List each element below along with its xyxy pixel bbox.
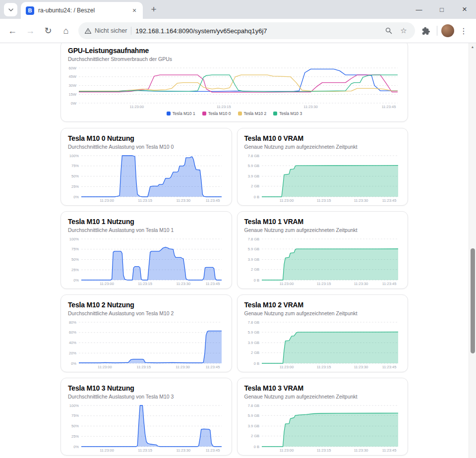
card-subtitle: Durchschnittlicher Stromverbrauch der GP… (68, 56, 401, 62)
svg-text:50%: 50% (71, 257, 79, 262)
minimize-button[interactable]: — (408, 0, 430, 19)
omnibox-divider (131, 27, 131, 35)
card-subtitle: Durchschnittliche Auslastung von Tesla M… (68, 227, 225, 233)
svg-text:2 GB: 2 GB (250, 434, 259, 438)
svg-text:5.9 GB: 5.9 GB (247, 413, 259, 418)
gpu1-vram-chart[interactable]: 0 B2 GB3.9 GB5.9 GB7.8 GB11:23:0011:23:1… (244, 237, 401, 286)
new-tab-button[interactable]: + (147, 2, 161, 16)
svg-text:11:23:00: 11:23:00 (279, 448, 294, 453)
legend-swatch-icon (202, 112, 206, 115)
gpu3-util-card: Tesla M10 3 Nutzung Durchschnittliche Au… (60, 378, 232, 456)
svg-text:7.8 GB: 7.8 GB (247, 237, 259, 241)
gpu1-util-card: Tesla M10 1 Nutzung Durchschnittliche Au… (60, 211, 232, 289)
gpu2-vram-card: Tesla M10 2 VRAM Genaue Nutzung zum aufg… (237, 294, 409, 372)
chart-svg: 0%25%50%75%100%11:23:0011:23:1511:23:301… (68, 237, 225, 286)
svg-text:50%: 50% (71, 174, 79, 178)
gpu-cards-grid: Tesla M10 0 Nutzung Durchschnittliche Au… (60, 128, 408, 456)
puzzle-icon (421, 26, 430, 35)
legend-swatch-icon (167, 112, 171, 115)
svg-text:11:23:45: 11:23:45 (206, 448, 220, 453)
browser-toolbar: ← → ↻ ⌂ Nicht sicher 192.168.1.164:8090/… (0, 19, 476, 43)
card-title: Tesla M10 1 VRAM (244, 218, 401, 226)
legend-swatch-icon (238, 112, 242, 115)
legend-item: Tesla M10 0 (202, 111, 231, 116)
magnifier-icon (385, 27, 393, 35)
gpu1-util-chart[interactable]: 0%25%50%75%100%11:23:0011:23:1511:23:301… (68, 237, 225, 286)
svg-text:11:23:30: 11:23:30 (176, 198, 190, 203)
svg-text:2 GB: 2 GB (250, 350, 259, 355)
window-close-button[interactable]: × (453, 0, 476, 19)
svg-text:25%: 25% (71, 184, 79, 189)
chart-legend: Tesla M10 1Tesla M10 0Tesla M10 2Tesla M… (68, 111, 401, 116)
chart-svg: 0%25%50%75%100%11:23:0011:23:1511:23:301… (68, 154, 225, 203)
beszel-favicon-icon: B (26, 6, 34, 15)
reload-button[interactable]: ↻ (40, 22, 57, 39)
svg-text:11:23:15: 11:23:15 (138, 282, 152, 286)
svg-text:0%: 0% (71, 361, 76, 366)
security-chip[interactable]: Nicht sicher (84, 27, 127, 35)
gpu2-util-card: Tesla M10 2 Nutzung Durchschnittliche Au… (60, 294, 232, 372)
svg-text:60W: 60W (69, 66, 77, 70)
extensions-button[interactable] (419, 24, 433, 38)
forward-button[interactable]: → (22, 22, 39, 39)
svg-text:3.9 GB: 3.9 GB (247, 341, 259, 345)
gpu0-vram-card: Tesla M10 0 VRAM Genaue Nutzung zum aufg… (237, 128, 409, 206)
gpu1-vram-card: Tesla M10 1 VRAM Genaue Nutzung zum aufg… (237, 211, 409, 289)
svg-text:11:23:45: 11:23:45 (382, 198, 396, 203)
warning-triangle-icon (84, 27, 92, 35)
bookmark-star-button[interactable]: ☆ (398, 25, 409, 36)
svg-text:40%: 40% (69, 341, 76, 345)
gpu2-util-chart[interactable]: 0%20%40%60%80%11:23:0011:23:1511:23:3011… (68, 320, 225, 370)
gpu2-vram-chart[interactable]: 0 B2 GB3.9 GB5.9 GB7.8 GB11:23:0011:23:1… (244, 320, 401, 370)
svg-text:100%: 100% (69, 237, 79, 241)
gpu3-util-chart[interactable]: 0%25%50%75%100%11:23:0011:23:1511:23:301… (68, 403, 225, 453)
svg-text:11:23:15: 11:23:15 (137, 365, 151, 369)
scroll-up-icon[interactable]: ▲ (469, 43, 476, 51)
svg-text:7.8 GB: 7.8 GB (247, 154, 259, 158)
card-subtitle: Genaue Nutzung zum aufgezeichneten Zeitp… (244, 227, 401, 233)
profile-avatar[interactable] (441, 24, 454, 37)
card-subtitle: Genaue Nutzung zum aufgezeichneten Zeitp… (244, 394, 401, 400)
svg-text:20%: 20% (69, 351, 76, 355)
gpu0-vram-chart[interactable]: 0 B2 GB3.9 GB5.9 GB7.8 GB11:23:0011:23:1… (244, 154, 401, 203)
gpu3-vram-chart[interactable]: 0 B2 GB3.9 GB5.9 GB7.8 GB11:23:0011:23:1… (244, 403, 401, 453)
gpu0-util-chart[interactable]: 0%25%50%75%100%11:23:0011:23:1511:23:301… (68, 154, 225, 203)
address-bar[interactable]: Nicht sicher 192.168.1.164:8090/system/y… (78, 22, 415, 39)
svg-text:11:23:30: 11:23:30 (176, 282, 190, 286)
window-controls: — □ × (408, 0, 476, 19)
svg-text:11:23:15: 11:23:15 (217, 105, 231, 109)
maximize-button[interactable]: □ (430, 0, 453, 19)
svg-text:11:23:45: 11:23:45 (382, 448, 396, 453)
svg-text:50%: 50% (71, 424, 79, 428)
tab-close-button[interactable]: × (130, 6, 139, 15)
url-text[interactable]: 192.168.1.164:8090/system/yv65ecpahq1y6j… (135, 27, 379, 35)
svg-text:11:23:00: 11:23:00 (100, 448, 114, 453)
back-button[interactable]: ← (4, 22, 21, 39)
legend-item: Tesla M10 3 (273, 111, 302, 116)
svg-text:11:23:00: 11:23:00 (98, 365, 112, 369)
svg-text:11:23:30: 11:23:30 (354, 282, 368, 286)
svg-text:7.8 GB: 7.8 GB (247, 403, 259, 408)
legend-item: Tesla M10 1 (167, 111, 195, 116)
home-button[interactable]: ⌂ (58, 22, 74, 39)
svg-text:11:23:00: 11:23:00 (130, 105, 144, 109)
card-subtitle: Durchschnittliche Auslastung von Tesla M… (68, 310, 225, 317)
svg-text:11:23:00: 11:23:00 (100, 198, 114, 203)
card-title: Tesla M10 0 VRAM (244, 134, 401, 143)
svg-text:0 B: 0 B (253, 361, 259, 366)
scrollbar[interactable]: ▲ (469, 43, 476, 458)
card-title: GPU-Leistungsaufnahme (68, 47, 401, 55)
svg-text:3.9 GB: 3.9 GB (247, 257, 259, 262)
browser-tab[interactable]: B ra-ubuntu24: / Beszel × (21, 2, 143, 19)
zoom-button[interactable] (383, 25, 394, 36)
tab-search-button[interactable] (4, 3, 17, 16)
svg-text:11:23:00: 11:23:00 (100, 282, 114, 286)
svg-text:11:23:30: 11:23:30 (176, 365, 190, 369)
chart-svg: 0 B2 GB3.9 GB5.9 GB7.8 GB11:23:0011:23:1… (244, 154, 401, 203)
security-label: Nicht sicher (95, 27, 127, 34)
menu-button[interactable]: ⋮ (455, 22, 472, 39)
scrollbar-thumb[interactable] (471, 248, 475, 353)
tab-title: ra-ubuntu24: / Beszel (38, 7, 126, 14)
page-content: GPU-Leistungsaufnahme Durchschnittlicher… (0, 43, 469, 458)
gpu-power-chart[interactable]: 0W15W30W45W60W11:23:0011:23:1511:23:3011… (68, 66, 401, 110)
